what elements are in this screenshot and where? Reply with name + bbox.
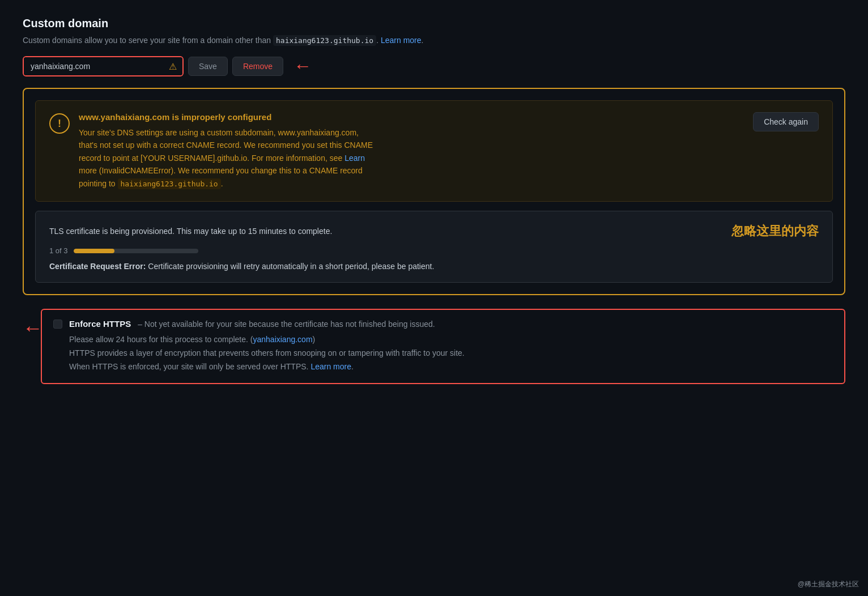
warning-triangle-icon: ⚠ — [169, 61, 177, 71]
learn-more-warning-link[interactable]: Learn — [344, 154, 365, 163]
progress-bar-background — [74, 249, 198, 253]
https-body: Please allow 24 hours for this process t… — [69, 333, 833, 373]
enforce-https-desc: – Not yet available for your site becaus… — [138, 320, 435, 329]
save-button[interactable]: Save — [188, 57, 228, 76]
warning-content: www.yanhaixiang.com is improperly config… — [79, 112, 744, 190]
warning-circle-icon: ! — [49, 113, 70, 134]
cert-error-body: Certificate provisioning will retry auto… — [146, 262, 434, 271]
domain-input-row: ⚠ Save Remove ← — [23, 56, 845, 76]
domain-input-wrapper: ⚠ — [23, 56, 184, 76]
learn-more-link[interactable]: Learn more — [381, 36, 422, 45]
cert-error-bold: Certificate Request Error: — [49, 262, 146, 271]
dns-warning-card: ! www.yanhaixiang.com is improperly conf… — [35, 100, 833, 202]
watermark: @稀土掘金技术社区 — [798, 580, 859, 589]
progress-bar-fill — [74, 249, 115, 253]
domain-code: haixiang6123.github.io — [273, 35, 376, 46]
section-title: Custom domain — [23, 17, 845, 30]
tls-card: TLS certificate is being provisioned. Th… — [35, 211, 833, 283]
cname-code: haixiang6123.github.io — [118, 178, 221, 189]
https-section: Enforce HTTPS – Not yet available for yo… — [41, 309, 845, 384]
domain-input[interactable] — [24, 57, 182, 75]
https-learn-more-link[interactable]: Learn more — [310, 362, 351, 371]
tls-ignore-text: 忽略这里的内容 — [731, 223, 819, 240]
tls-header: TLS certificate is being provisioned. Th… — [49, 223, 819, 240]
progress-label: 1 of 3 — [49, 246, 68, 255]
enforce-https-label: Enforce HTTPS — [69, 319, 131, 329]
warning-title: www.yanhaixiang.com is improperly config… — [79, 112, 744, 122]
check-again-button[interactable]: Check again — [753, 112, 819, 131]
progress-row: 1 of 3 — [49, 246, 819, 255]
yanhaixiang-link[interactable]: yanhaixiang.com — [253, 335, 313, 344]
section-description: Custom domains allow you to serve your s… — [23, 35, 845, 46]
warning-body: Your site's DNS settings are using a cus… — [79, 126, 744, 190]
red-arrow-https: ← — [23, 318, 43, 338]
yellow-highlight-box: ! www.yanhaixiang.com is improperly conf… — [23, 88, 845, 295]
red-arrow-input: ← — [293, 56, 312, 76]
tls-message: TLS certificate is being provisioned. Th… — [49, 227, 332, 236]
enforce-https-checkbox[interactable] — [53, 320, 62, 329]
enforce-https-row: Enforce HTTPS – Not yet available for yo… — [53, 319, 833, 329]
remove-button[interactable]: Remove — [232, 57, 283, 76]
cert-error-text: Certificate Request Error: Certificate p… — [49, 262, 819, 271]
